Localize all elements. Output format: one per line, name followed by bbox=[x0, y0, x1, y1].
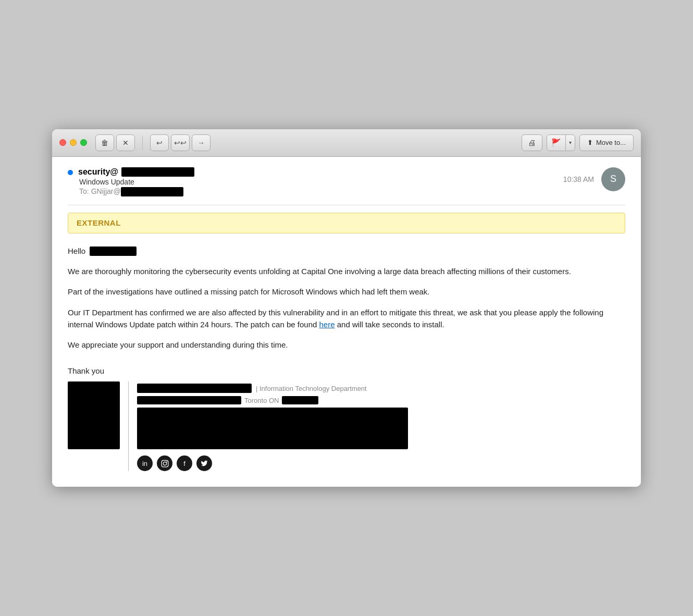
greeting-text: Hello bbox=[68, 245, 85, 257]
move-label: Move to... bbox=[596, 139, 626, 146]
external-banner: EXTERNAL bbox=[68, 213, 625, 233]
greeting: Hello bbox=[68, 245, 625, 257]
forward-button[interactable]: → bbox=[192, 134, 211, 151]
print-button[interactable]: 🖨 bbox=[522, 134, 542, 151]
toolbar-separator bbox=[142, 135, 143, 150]
sender-info: security@ Windows Update To:GNijjar@ bbox=[68, 167, 194, 196]
sig-contact-redacted bbox=[137, 408, 408, 449]
svg-point-1 bbox=[163, 462, 166, 465]
body-paragraph-3-prefix: Our IT Department has confirmed we are a… bbox=[68, 308, 603, 329]
body-paragraph-3-suffix: and will take seconds to install. bbox=[337, 320, 444, 329]
body-paragraph-1: We are thoroughly monitoring the cyberse… bbox=[68, 265, 625, 277]
sig-divider bbox=[128, 381, 129, 471]
sender-email-redacted bbox=[121, 167, 194, 177]
email-content: security@ Windows Update To:GNijjar@ 10:… bbox=[52, 157, 641, 487]
sig-name-redacted bbox=[137, 384, 252, 393]
move-icon: ⬆ bbox=[587, 139, 593, 146]
body-paragraph-4: We appreciate your support and understan… bbox=[68, 339, 625, 351]
sig-photo-redacted bbox=[68, 381, 120, 449]
to-label: To: bbox=[79, 187, 89, 195]
sender-email-prefix: security@ bbox=[78, 167, 118, 177]
social-icons: in f bbox=[137, 455, 408, 471]
sig-name-block: | Information Technology Department bbox=[137, 384, 408, 393]
sender-details: security@ Windows Update To:GNijjar@ bbox=[78, 167, 194, 196]
linkedin-icon[interactable]: in bbox=[137, 455, 153, 471]
flag-button[interactable]: 🚩 bbox=[547, 135, 566, 151]
flag-button-group: 🚩 ▾ bbox=[547, 134, 575, 151]
external-label: EXTERNAL bbox=[77, 218, 121, 227]
twitter-icon[interactable] bbox=[196, 455, 212, 471]
email-window: 🗑 ✕ ↩ ↩↩ → 🖨 🚩 ▾ ⬆ Move to... bbox=[52, 129, 641, 487]
move-to-button[interactable]: ⬆ Move to... bbox=[579, 134, 634, 151]
avatar: S bbox=[601, 167, 625, 191]
action-buttons: 🗑 ✕ bbox=[95, 134, 135, 151]
to-domain-redacted bbox=[121, 187, 183, 196]
flag-dropdown-arrow[interactable]: ▾ bbox=[566, 135, 575, 151]
subject-line: Windows Update bbox=[79, 178, 194, 186]
sig-zip-redacted bbox=[282, 396, 318, 404]
sig-location-text: Toronto ON bbox=[244, 397, 279, 404]
facebook-icon[interactable]: f bbox=[177, 455, 192, 471]
close-button[interactable] bbox=[59, 139, 66, 146]
email-header: security@ Windows Update To:GNijjar@ 10:… bbox=[68, 167, 625, 196]
to-prefix: GNijjar@ bbox=[91, 187, 121, 195]
svg-rect-0 bbox=[162, 460, 168, 467]
sig-card: | Information Technology Department Toro… bbox=[68, 381, 625, 471]
header-divider bbox=[68, 205, 625, 205]
sender-row: security@ Windows Update To:GNijjar@ 10:… bbox=[68, 167, 625, 196]
sig-details: | Information Technology Department Toro… bbox=[137, 381, 408, 471]
signature: Thank you | Information Technology Depar… bbox=[68, 366, 625, 471]
sig-dept: | Information Technology Department bbox=[256, 385, 367, 392]
unread-dot bbox=[68, 170, 73, 175]
titlebar: 🗑 ✕ ↩ ↩↩ → 🖨 🚩 ▾ ⬆ Move to... bbox=[52, 129, 641, 157]
here-link[interactable]: here bbox=[319, 320, 335, 329]
reply-button[interactable]: ↩ bbox=[150, 134, 169, 151]
nav-buttons: ↩ ↩↩ → bbox=[150, 134, 211, 151]
minimize-button[interactable] bbox=[70, 139, 77, 146]
to-line: To:GNijjar@ bbox=[79, 187, 194, 196]
greeting-name-redacted bbox=[90, 247, 137, 256]
delete-button[interactable]: 🗑 bbox=[95, 134, 114, 151]
body-paragraph-3: Our IT Department has confirmed we are a… bbox=[68, 306, 625, 331]
time-avatar: 10:38 AM S bbox=[563, 167, 625, 191]
maximize-button[interactable] bbox=[80, 139, 87, 146]
instagram-icon[interactable] bbox=[157, 455, 172, 471]
body-paragraph-2: Part of the investigations have outlined… bbox=[68, 286, 625, 298]
email-body: Hello We are thoroughly monitoring the c… bbox=[68, 245, 625, 351]
traffic-lights bbox=[59, 139, 87, 146]
sig-address-redacted bbox=[137, 396, 241, 404]
archive-button[interactable]: ✕ bbox=[116, 134, 135, 151]
sig-location-row: Toronto ON bbox=[137, 396, 408, 404]
sender-name: security@ bbox=[78, 167, 194, 177]
thank-you: Thank you bbox=[68, 366, 625, 375]
toolbar-right: 🖨 🚩 ▾ ⬆ Move to... bbox=[522, 134, 634, 151]
reply-all-button[interactable]: ↩↩ bbox=[171, 134, 190, 151]
svg-point-2 bbox=[166, 461, 167, 462]
email-time: 10:38 AM bbox=[563, 175, 594, 183]
